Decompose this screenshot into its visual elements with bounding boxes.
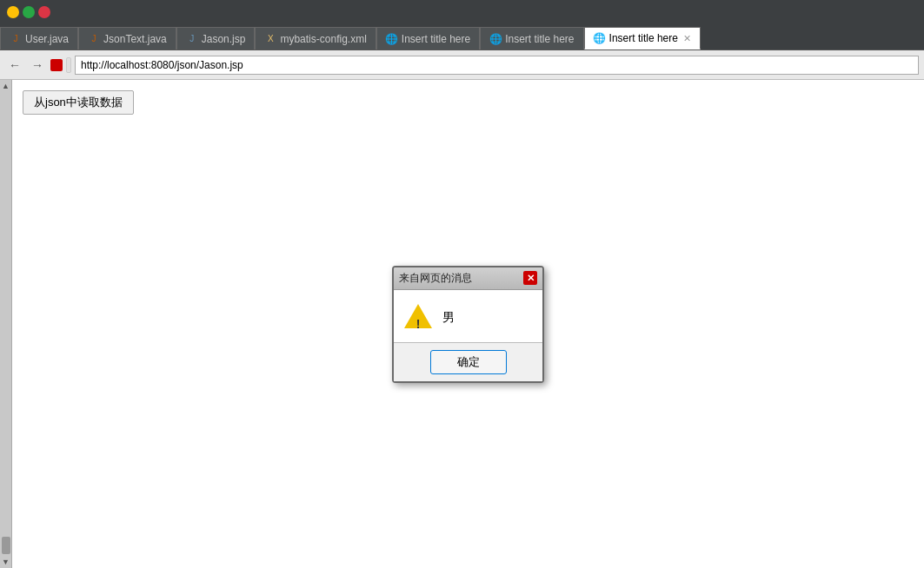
refresh-icon[interactable] — [66, 57, 71, 73]
xml-icon: X — [264, 33, 276, 45]
dialog-close-button[interactable]: ✕ — [523, 271, 537, 285]
dialog-title: 来自网页的消息 — [399, 271, 472, 286]
java-icon: J — [10, 33, 22, 45]
tab-insert-title-2[interactable]: 🌐Insert title here — [480, 27, 583, 50]
tab-mybatis-xml[interactable]: Xmybatis-config.xml — [255, 27, 376, 50]
tab-user-java[interactable]: JUser.java — [0, 27, 78, 50]
window-controls — [7, 6, 50, 18]
scroll-thumb[interactable] — [2, 537, 10, 554]
tab-close-icon[interactable]: ✕ — [683, 33, 691, 44]
tab-label: Insert title here — [505, 33, 574, 45]
dialog-body: ! 男 — [394, 290, 542, 343]
minimize-button[interactable] — [7, 6, 19, 18]
forward-button[interactable]: → — [28, 56, 47, 75]
java-icon: J — [88, 33, 100, 45]
browser-frame: ▲ ▼ 从json中读取数据 来自网页的消息 ✕ ! 男 — [0, 80, 924, 568]
tab-label: Insert title here — [609, 32, 678, 44]
tab-label: Insert title here — [402, 33, 470, 45]
globe-icon: 🌐 — [594, 32, 606, 44]
left-scrollbar[interactable]: ▲ ▼ — [0, 80, 12, 568]
dialog-overlay: 来自网页的消息 ✕ ! 男 确定 — [12, 80, 924, 568]
scroll-down-arrow[interactable]: ▼ — [2, 558, 10, 566]
tab-label: Jason.jsp — [202, 33, 246, 45]
maximize-button[interactable] — [23, 6, 35, 18]
scroll-up-arrow[interactable]: ▲ — [2, 82, 10, 90]
address-bar: ← → — [0, 50, 924, 80]
tab-label: mybatis-config.xml — [280, 33, 366, 45]
tab-bar: JUser.javaJJsonText.javaJJason.jspXmybat… — [0, 24, 924, 50]
dialog-title-bar: 来自网页的消息 ✕ — [394, 267, 542, 290]
tab-label: User.java — [25, 33, 69, 45]
globe-icon: 🌐 — [386, 33, 398, 45]
warning-icon: ! — [404, 304, 432, 332]
warning-exclamation: ! — [416, 318, 421, 330]
alert-dialog: 来自网页的消息 ✕ ! 男 确定 — [392, 266, 544, 383]
tab-insert-title-1[interactable]: 🌐Insert title here — [376, 27, 480, 50]
jsp-icon: J — [186, 33, 198, 45]
address-input[interactable] — [75, 56, 919, 75]
globe-icon: 🌐 — [489, 33, 502, 45]
tab-jsontext-java[interactable]: JJsonText.java — [78, 27, 176, 50]
stop-button[interactable] — [50, 59, 63, 71]
back-button[interactable]: ← — [5, 56, 24, 75]
tab-jason-jsp[interactable]: JJason.jsp — [176, 27, 256, 50]
close-button[interactable] — [38, 6, 50, 18]
dialog-footer: 确定 — [394, 343, 542, 381]
dialog-message: 男 — [442, 310, 455, 326]
tab-insert-title-3[interactable]: 🌐Insert title here✕ — [584, 27, 701, 50]
content-area: 从json中读取数据 来自网页的消息 ✕ ! 男 确定 — [12, 80, 924, 568]
ok-button[interactable]: 确定 — [430, 350, 507, 374]
title-bar — [0, 0, 924, 24]
tab-label: JsonText.java — [103, 33, 167, 45]
